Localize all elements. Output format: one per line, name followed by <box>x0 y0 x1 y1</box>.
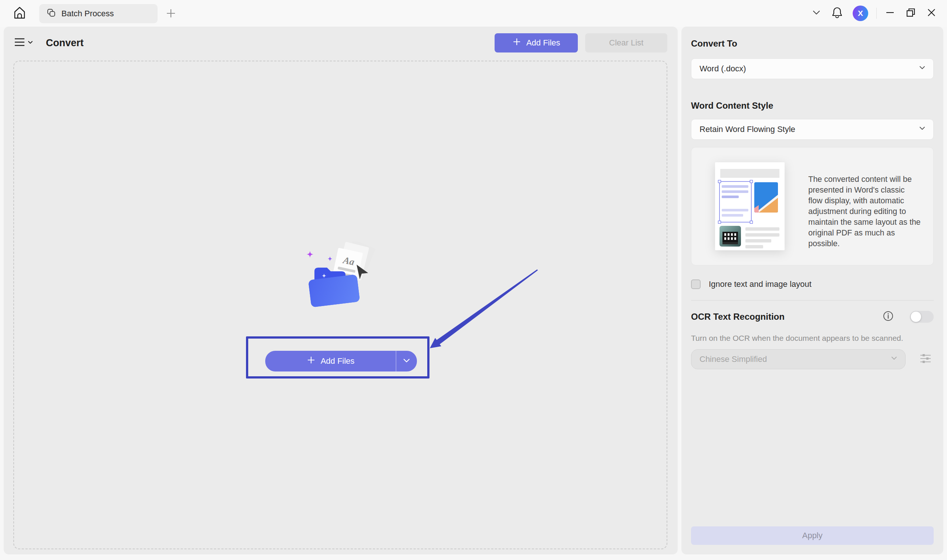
bell-icon <box>831 7 843 20</box>
convert-panel-header: Convert Add Files Clear List <box>4 33 678 52</box>
sparkle <box>307 251 313 258</box>
ocr-language-select[interactable]: Chinese Simplified <box>691 349 905 369</box>
convert-to-heading: Convert To <box>691 38 934 49</box>
ocr-advanced-settings-button[interactable] <box>918 351 934 368</box>
content-style-value: Retain Word Flowing Style <box>700 125 795 134</box>
ocr-language-value: Chinese Simplified <box>700 354 767 364</box>
plus-icon <box>512 37 521 48</box>
home-icon <box>13 6 26 21</box>
collapse-toolbar-button[interactable] <box>806 3 827 24</box>
titlebar: Batch Process X <box>0 0 947 27</box>
add-files-label: Add Files <box>321 356 355 366</box>
ignore-layout-checkbox[interactable] <box>691 280 701 289</box>
clear-list-button[interactable]: Clear List <box>585 33 667 52</box>
minimize-icon <box>885 8 895 19</box>
app-window: Batch Process X <box>0 0 947 560</box>
style-preview-card: The converted content will be presented … <box>691 147 934 265</box>
chevron-down-icon <box>811 8 821 19</box>
convert-to-select[interactable]: Word (.docx) <box>691 58 934 79</box>
sidebar-divider <box>691 300 934 300</box>
page-title: Convert <box>46 37 83 49</box>
apply-button[interactable]: Apply <box>691 526 934 545</box>
clear-list-label: Clear List <box>609 38 644 48</box>
file-dropzone[interactable]: Aa <box>13 61 667 549</box>
ocr-hint-text: Turn on the OCR when the document appear… <box>691 334 934 343</box>
chevron-down-icon <box>890 354 898 364</box>
close-icon <box>927 8 936 19</box>
close-button[interactable] <box>921 3 942 24</box>
restore-icon <box>905 8 916 19</box>
toggle-knob <box>911 312 921 322</box>
add-files-button-main[interactable]: Add Files <box>265 351 396 371</box>
titlebar-right: X <box>806 0 947 27</box>
mode-menu-button[interactable] <box>14 37 33 48</box>
convert-to-value: Word (.docx) <box>700 64 746 74</box>
add-files-button[interactable]: Add Files <box>495 33 578 52</box>
sliders-icon <box>919 352 932 367</box>
ocr-language-row: Chinese Simplified <box>691 349 934 369</box>
drop-illustration: Aa <box>304 242 386 312</box>
ocr-row: OCR Text Recognition <box>691 311 934 323</box>
chevron-down-icon <box>919 125 926 134</box>
notifications-button[interactable] <box>827 3 847 24</box>
avatar[interactable]: X <box>853 6 868 21</box>
ocr-heading: OCR Text Recognition <box>691 312 785 322</box>
add-files-label: Add Files <box>526 38 560 48</box>
convert-panel: Convert Add Files Clear List <box>4 27 678 554</box>
add-files-split-button: Add Files <box>265 351 417 371</box>
ignore-layout-row: Ignore text and image layout <box>691 280 934 289</box>
restore-button[interactable] <box>901 3 921 24</box>
home-button[interactable] <box>11 5 28 22</box>
style-preview-illustration <box>715 162 785 250</box>
chevron-down-icon <box>27 39 33 46</box>
ignore-layout-label: Ignore text and image layout <box>709 280 811 289</box>
titlebar-divider <box>876 8 877 19</box>
tab-label: Batch Process <box>62 9 114 18</box>
ocr-info-button[interactable] <box>883 311 894 322</box>
info-icon <box>883 311 894 323</box>
tab-batch-process[interactable]: Batch Process <box>39 4 157 23</box>
sparkle <box>328 257 333 262</box>
style-description: The converted content will be presented … <box>808 174 921 249</box>
ocr-toggle[interactable] <box>910 311 934 323</box>
new-tab-button[interactable] <box>165 8 177 20</box>
plus-icon <box>166 8 176 20</box>
settings-sidebar: Convert To Word (.docx) Word Content Sty… <box>682 27 943 554</box>
hamburger-icon <box>14 37 25 48</box>
plus-icon <box>307 355 316 367</box>
toolbar-actions: Add Files Clear List <box>495 33 667 52</box>
chevron-down-icon <box>403 356 410 366</box>
content-style-heading: Word Content Style <box>691 100 934 111</box>
content-style-select[interactable]: Retain Word Flowing Style <box>691 119 934 140</box>
minimize-button[interactable] <box>880 3 901 24</box>
add-files-dropdown-button[interactable] <box>396 351 417 371</box>
avatar-initial: X <box>858 9 863 18</box>
batch-process-icon <box>46 8 56 19</box>
chevron-down-icon <box>919 64 926 74</box>
